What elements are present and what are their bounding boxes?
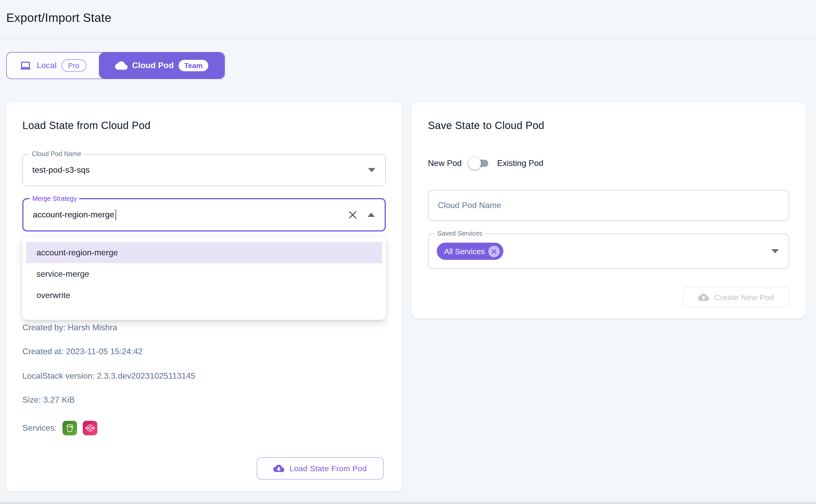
- tab-cloud-pod[interactable]: Cloud Pod Team: [99, 53, 225, 79]
- saved-services-label: Saved Services: [435, 229, 485, 238]
- chip-delete-icon[interactable]: [488, 245, 500, 257]
- save-card-title: Save State to Cloud Pod: [428, 120, 544, 132]
- switch-thumb: [468, 157, 481, 170]
- pod-size: Size: 3.27 KiB: [22, 395, 75, 405]
- create-new-pod-button[interactable]: Create New Pod: [683, 287, 789, 307]
- cloud-pod-name-select-label: Cloud Pod Name: [29, 150, 84, 159]
- clear-icon[interactable]: [348, 210, 358, 220]
- text-cursor: [115, 209, 116, 220]
- cloud-download-icon: [274, 463, 285, 474]
- laptop-icon: [20, 59, 32, 72]
- load-state-button[interactable]: Load State From Pod: [257, 457, 384, 480]
- team-badge: Team: [178, 60, 208, 71]
- chevron-down-icon: [368, 168, 375, 172]
- pod-mode-switch[interactable]: [468, 157, 490, 170]
- load-state-button-label: Load State From Pod: [290, 464, 367, 473]
- option-service-merge[interactable]: service-merge: [22, 263, 386, 285]
- load-card-title: Load State from Cloud Pod: [22, 120, 151, 132]
- all-services-chip[interactable]: All Services: [437, 243, 504, 260]
- pod-mode-toggle-row: New Pod Existing Pod: [428, 157, 543, 170]
- horizontal-scrollbar[interactable]: [0, 502, 816, 504]
- tab-local[interactable]: Local Pro: [7, 53, 99, 79]
- tab-cloud-pod-label: Cloud Pod: [132, 61, 173, 70]
- option-account-region-merge[interactable]: account-region-merge: [26, 242, 382, 263]
- header-divider: [0, 38, 816, 39]
- cloud-pod-name-select[interactable]: Cloud Pod Name test-pod-s3-sqs: [22, 154, 386, 186]
- pod-services-row: Services:: [22, 421, 97, 435]
- services-label: Services:: [22, 423, 57, 433]
- cloud-pod-name-select-value: test-pod-s3-sqs: [32, 165, 90, 175]
- sqs-service-icon: [83, 421, 97, 435]
- state-mode-tabs: Local Pro Cloud Pod Team: [6, 52, 225, 79]
- collapse-arrow-icon[interactable]: [368, 213, 375, 217]
- merge-strategy-combobox[interactable]: Merge Strategy account-region-merge: [22, 198, 386, 231]
- save-state-card: Save State to Cloud Pod New Pod Existing…: [411, 102, 806, 318]
- page-header: Export/Import State: [0, 0, 816, 39]
- option-overwrite[interactable]: overwrite: [22, 285, 386, 306]
- all-services-chip-label: All Services: [444, 247, 485, 256]
- new-pod-label: New Pod: [428, 159, 462, 168]
- merge-strategy-label: Merge Strategy: [30, 195, 79, 203]
- create-new-pod-button-label: Create New Pod: [715, 293, 774, 301]
- saved-services-select[interactable]: Saved Services All Services: [428, 234, 789, 269]
- merge-strategy-listbox: account-region-merge service-merge overw…: [22, 237, 386, 320]
- pro-badge: Pro: [61, 59, 86, 72]
- pod-localstack-version: LocalStack version: 2.3.3.dev20231025113…: [22, 371, 195, 381]
- cloud-upload-icon: [698, 292, 709, 302]
- existing-pod-label: Existing Pod: [497, 159, 543, 168]
- page-title: Export/Import State: [6, 11, 111, 25]
- load-state-card: Load State from Cloud Pod Cloud Pod Name…: [6, 102, 402, 492]
- cloud-icon: [115, 59, 127, 72]
- export-import-state-page: Export/Import State Local Pro Cloud Pod …: [0, 0, 816, 504]
- pod-created-at: Created at: 2023-11-05 15:24:42: [22, 347, 143, 356]
- chevron-down-icon: [772, 249, 779, 253]
- tab-local-label: Local: [37, 61, 57, 70]
- cloud-pod-name-input[interactable]: [428, 190, 789, 221]
- s3-service-icon: [62, 421, 77, 435]
- pod-created-by: Created by: Harsh Mishra: [22, 323, 117, 332]
- merge-strategy-value: account-region-merge: [33, 210, 114, 219]
